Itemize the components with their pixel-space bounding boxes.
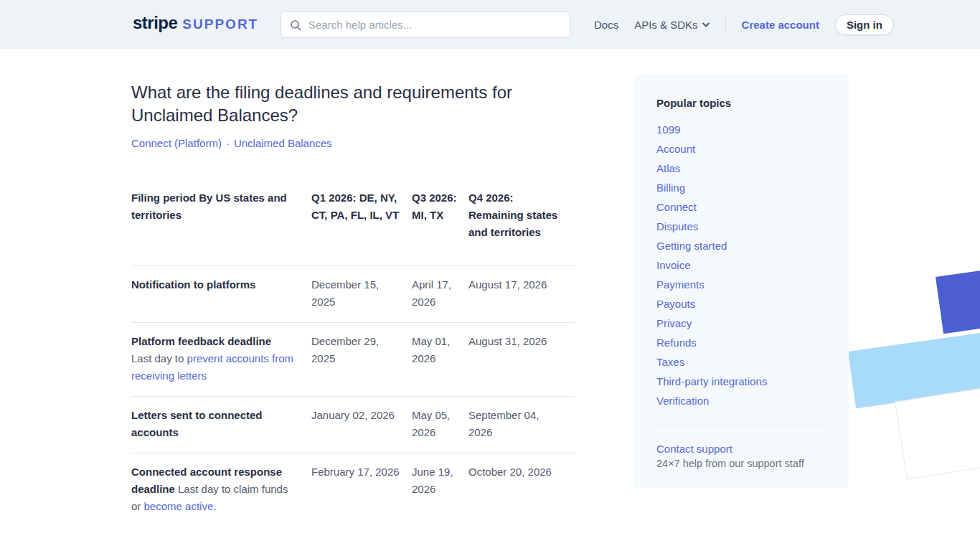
stripe-support-logo[interactable]: stripeSUPPORT	[133, 13, 258, 33]
date-cell: May 05, 2026	[412, 397, 468, 453]
breadcrumb-unclaimed-balances[interactable]: Unclaimed Balances	[234, 137, 332, 149]
date-cell: August 31, 2026	[468, 323, 575, 396]
support-wordmark: SUPPORT	[182, 17, 258, 32]
nav-divider	[725, 16, 726, 33]
date-cell: December 15, 2025	[311, 266, 412, 322]
sidebar-item-payments[interactable]: Payments	[656, 275, 827, 294]
row-label-cell: Notification to platforms	[131, 266, 311, 322]
breadcrumb: Connect (Platform)·Unclaimed Balances	[131, 137, 576, 149]
article-header: What are the filing deadlines and requir…	[131, 81, 576, 149]
row-label-cell: Letters sent to connected accounts	[131, 397, 311, 453]
contact-support-link[interactable]: Contact support	[656, 443, 827, 455]
date-cell: February 17, 2026	[311, 453, 412, 527]
sidebar-item-getting-started[interactable]: Getting started	[656, 236, 827, 255]
date-cell: April 17, 2026	[412, 266, 468, 322]
table-row-response-deadline: Connected account response deadline Last…	[131, 453, 575, 527]
sidebar-item-taxes[interactable]: Taxes	[656, 352, 827, 372]
header-nav: Docs APIs & SDKs Create account Sign in	[594, 0, 894, 49]
chevron-down-icon	[702, 22, 710, 27]
search-input[interactable]	[308, 19, 561, 31]
sidebar-item-refunds[interactable]: Refunds	[656, 333, 827, 352]
sidebar-item-billing[interactable]: Billing	[656, 178, 827, 197]
create-account-link[interactable]: Create account	[742, 19, 819, 31]
date-cell: October 20, 2026	[468, 453, 575, 527]
sidebar-title: Popular topics	[656, 97, 827, 109]
column-header-filing-period: Filing period By US states and territori…	[131, 189, 311, 265]
row-label-cell: Platform feedback deadline Last day to p…	[131, 323, 311, 396]
date-cell: September 04, 2026	[468, 397, 575, 453]
sidebar-item-disputes[interactable]: Disputes	[656, 217, 827, 236]
table-row-platform-feedback: Platform feedback deadline Last day to p…	[131, 323, 575, 397]
row-label-cell: Connected account response deadline Last…	[131, 453, 311, 527]
popular-topics-sidebar: Popular topics 1099 Account Atlas Billin…	[634, 74, 849, 489]
sidebar-item-invoice[interactable]: Invoice	[656, 255, 827, 275]
site-header: stripeSUPPORT Docs APIs & SDKs Create ac…	[0, 0, 980, 49]
become-active-link[interactable]: become active	[144, 500, 214, 512]
date-cell: June 19, 2026	[412, 453, 468, 527]
search-bar[interactable]	[281, 11, 570, 38]
search-icon	[290, 19, 301, 31]
column-header-q3-2026: Q3 2026: MI, TX	[412, 189, 468, 265]
sign-in-button[interactable]: Sign in	[835, 14, 894, 35]
sidebar-item-third-party-integrations[interactable]: Third-party integrations	[656, 372, 827, 391]
sidebar-item-payouts[interactable]: Payouts	[656, 294, 827, 314]
date-cell: August 17, 2026	[468, 266, 575, 322]
date-cell: December 29, 2025	[311, 323, 412, 396]
sidebar-divider	[656, 425, 827, 425]
date-cell: January 02, 2026	[311, 397, 412, 453]
sidebar-item-verification[interactable]: Verification	[656, 391, 827, 410]
decorative-outline-shape	[895, 380, 980, 479]
sidebar-item-account[interactable]: Account	[656, 139, 827, 159]
column-header-q1-2026: Q1 2026: DE, NY, CT, PA, FL, IL, VT	[311, 189, 412, 265]
breadcrumb-connect-platform[interactable]: Connect (Platform)	[131, 137, 222, 149]
row-label: Letters sent to connected accounts	[131, 409, 263, 438]
stripe-wordmark: stripe	[133, 13, 177, 32]
table-row-letters-sent: Letters sent to connected accounts Janua…	[131, 397, 575, 453]
table-row-notification: Notification to platforms December 15, 2…	[131, 266, 575, 323]
row-label: Platform feedback deadline	[131, 335, 271, 347]
decorative-dark-blue-shape	[936, 269, 980, 334]
nav-apis-label: APIs & SDKs	[634, 19, 697, 31]
nav-apis-dropdown[interactable]: APIs & SDKs	[634, 19, 709, 31]
table-header-row: Filing period By US states and territori…	[131, 189, 575, 266]
sidebar-item-privacy[interactable]: Privacy	[656, 314, 827, 333]
decorative-light-blue-shape	[848, 331, 980, 408]
sidebar-item-1099[interactable]: 1099	[656, 120, 827, 139]
breadcrumb-separator: ·	[226, 137, 230, 149]
topics-list: 1099 Account Atlas Billing Connect Dispu…	[656, 120, 827, 410]
sidebar-item-atlas[interactable]: Atlas	[656, 159, 827, 178]
filing-deadlines-table: Filing period By US states and territori…	[131, 189, 575, 527]
column-header-q4-2026: Q4 2026: Remaining states and territorie…	[468, 189, 575, 265]
date-cell: May 01, 2026	[412, 323, 468, 396]
row-label: Notification to platforms	[131, 278, 255, 291]
page-title: What are the filing deadlines and requir…	[131, 81, 562, 127]
nav-docs-link[interactable]: Docs	[594, 19, 618, 31]
sidebar-item-connect[interactable]: Connect	[656, 197, 827, 217]
contact-support-subtitle: 24×7 help from our support staff	[656, 458, 827, 469]
